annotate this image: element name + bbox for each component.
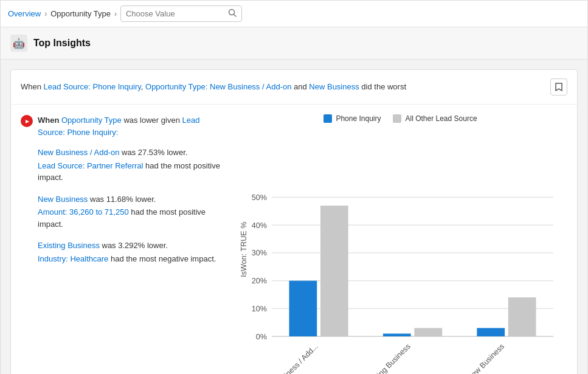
bar-existing-blue bbox=[383, 334, 411, 337]
breadcrumb-sep-2: › bbox=[114, 10, 117, 18]
svg-text:40%: 40% bbox=[252, 221, 267, 230]
block2-line1: New Business was 11.68% lower. bbox=[38, 193, 221, 206]
main-container: Overview › Opportunity Type › 🤖 Top Insi… bbox=[0, 0, 588, 374]
opp-type-heading-link[interactable]: Opportunity Type bbox=[61, 116, 122, 125]
svg-text:20%: 20% bbox=[252, 277, 267, 285]
search-icon bbox=[228, 9, 237, 19]
when-label: When bbox=[38, 116, 61, 125]
svg-text:0%: 0% bbox=[256, 333, 267, 341]
block1-line2: Lead Source: Partner Referral had the mo… bbox=[38, 160, 221, 184]
new-business-link[interactable]: New Business bbox=[38, 195, 88, 204]
insights-title: Top Insights bbox=[33, 38, 91, 49]
block3-line2: Industry: Healthcare had the most negati… bbox=[38, 253, 221, 265]
insight-heading-text: When Opportunity Type was lower given Le… bbox=[38, 114, 221, 138]
breadcrumb-opportunity-type: Opportunity Type bbox=[50, 9, 111, 18]
card-header-text: When Lead Source: Phone Inquiry, Opportu… bbox=[21, 81, 406, 92]
phone-inquiry-heading-link[interactable]: Phone Inquiry bbox=[67, 128, 116, 137]
was-lower-text: was lower given bbox=[122, 116, 182, 125]
svg-text:New Business: New Business bbox=[466, 342, 506, 374]
header-comma: , bbox=[141, 82, 145, 91]
legend-gray-swatch bbox=[393, 114, 401, 123]
existing-business-link[interactable]: Existing Business bbox=[38, 241, 100, 250]
block2-line2: Amount: 36,260 to 71,250 had the most po… bbox=[38, 206, 221, 230]
text-panel: When Opportunity Type was lower given Le… bbox=[21, 114, 221, 373]
legend-blue-item: Phone Inquiry bbox=[323, 114, 381, 123]
bar-new-biz-gray bbox=[320, 206, 348, 336]
block3-line1: Existing Business was 3.292% lower. bbox=[38, 240, 221, 252]
breadcrumb-search-container[interactable] bbox=[120, 5, 242, 22]
svg-text:New Business / Add...: New Business / Add... bbox=[261, 342, 319, 374]
header-opp-type-link[interactable]: Opportunity Type: New Business / Add-on bbox=[145, 82, 291, 91]
partner-referral-link[interactable]: Lead Source: Partner Referral bbox=[38, 161, 143, 170]
insights-header: 🤖 Top Insights bbox=[1, 27, 587, 60]
svg-text:IsWon: TRUE %: IsWon: TRUE % bbox=[240, 222, 248, 277]
card-area: When Lead Source: Phone Inquiry, Opportu… bbox=[1, 60, 587, 374]
breadcrumb-overview[interactable]: Overview bbox=[8, 9, 41, 18]
new-biz-addon-link[interactable]: New Business / Add-on bbox=[38, 148, 119, 157]
header-when: When bbox=[21, 82, 44, 91]
bookmark-button[interactable] bbox=[550, 78, 567, 95]
insight-block-2: New Business was 11.68% lower. Amount: 3… bbox=[21, 193, 221, 230]
legend-gray-label: All Other Lead Source bbox=[405, 114, 477, 123]
insight-heading: When Opportunity Type was lower given Le… bbox=[21, 114, 221, 138]
bar-existing-gray bbox=[414, 328, 442, 336]
svg-text:Existing Business: Existing Business bbox=[364, 342, 412, 374]
card-header: When Lead Source: Phone Inquiry, Opportu… bbox=[11, 70, 577, 105]
bar-newbiz-blue bbox=[477, 328, 505, 336]
red-circle-icon bbox=[21, 115, 33, 127]
header-new-business-link[interactable]: New Business bbox=[309, 82, 359, 91]
svg-text:50%: 50% bbox=[252, 193, 267, 202]
header-and: and bbox=[291, 82, 309, 91]
breadcrumb-bar: Overview › Opportunity Type › bbox=[1, 1, 587, 27]
robot-icon: 🤖 bbox=[10, 35, 27, 52]
chart-panel: Phone Inquiry All Other Lead Source IsWo… bbox=[233, 114, 567, 373]
insight-block-1: New Business / Add-on was 27.53% lower. … bbox=[21, 147, 221, 184]
breadcrumb-sep-1: › bbox=[44, 10, 47, 18]
header-lead-source-link[interactable]: Lead Source: Phone Inquiry bbox=[44, 82, 141, 91]
amount-range-link[interactable]: Amount: 36,260 to 71,250 bbox=[38, 207, 129, 216]
insight-card: When Lead Source: Phone Inquiry, Opportu… bbox=[10, 69, 578, 374]
bar-newbiz-gray bbox=[508, 297, 536, 336]
card-body: When Opportunity Type was lower given Le… bbox=[11, 105, 577, 374]
legend-blue-swatch bbox=[323, 114, 332, 123]
legend-gray-item: All Other Lead Source bbox=[393, 114, 477, 123]
industry-healthcare-link[interactable]: Industry: Healthcare bbox=[38, 254, 108, 263]
chart-legend: Phone Inquiry All Other Lead Source bbox=[233, 114, 567, 123]
chart-svg-container: IsWon: TRUE % 0% 10% 20% 30% bbox=[233, 128, 567, 373]
insight-block-3: Existing Business was 3.292% lower. Indu… bbox=[21, 240, 221, 265]
search-input[interactable] bbox=[126, 9, 224, 18]
block1-line1: New Business / Add-on was 27.53% lower. bbox=[38, 147, 221, 159]
svg-text:10%: 10% bbox=[252, 305, 267, 313]
legend-blue-label: Phone Inquiry bbox=[336, 114, 381, 123]
bar-chart: IsWon: TRUE % 0% 10% 20% 30% bbox=[233, 128, 567, 371]
header-suffix: did the worst bbox=[359, 82, 406, 91]
svg-text:30%: 30% bbox=[252, 249, 267, 257]
svg-line-1 bbox=[233, 15, 236, 17]
bar-new-biz-blue bbox=[289, 281, 317, 337]
